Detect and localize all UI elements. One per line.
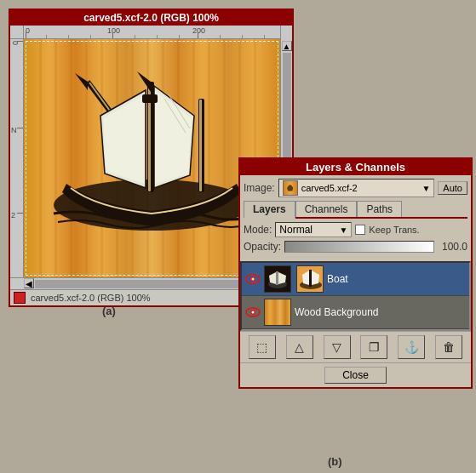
ship-image <box>37 48 267 252</box>
image-row: Image: carved5.xcf-2 ▼ Auto <box>244 179 467 197</box>
image-selector[interactable]: carved5.xcf-2 ▼ <box>278 179 435 197</box>
layer-item-boat[interactable]: Boat <box>242 263 469 296</box>
tabs-row: Layers Channels Paths <box>244 201 467 219</box>
svg-rect-9 <box>142 94 158 103</box>
svg-rect-14 <box>276 271 278 285</box>
image-label: Image: <box>244 182 275 194</box>
svg-point-12 <box>252 278 255 281</box>
image-name: carved5.xcf-2 <box>301 183 419 193</box>
caption-b: (b) <box>328 455 342 468</box>
opacity-label: Opacity: <box>244 241 281 253</box>
boat-thumb <box>264 265 291 293</box>
wood-layer-name: Wood Background <box>295 306 466 318</box>
opacity-row: Opacity: 100.0 <box>244 241 467 253</box>
svg-point-20 <box>252 311 255 314</box>
eye-icon-wood[interactable] <box>245 305 261 320</box>
caption-a: (a) <box>102 305 116 317</box>
image-dropdown-arrow[interactable]: ▼ <box>422 184 430 193</box>
tab-layers[interactable]: Layers <box>244 201 295 219</box>
boat-layer-name: Boat <box>327 273 466 285</box>
keep-trans-checkbox[interactable] <box>355 225 365 235</box>
opacity-value: 100.0 <box>438 241 467 253</box>
boat-thumb2 <box>296 265 324 293</box>
delete-layer-button[interactable]: 🗑 <box>435 335 462 359</box>
layer-item-wood[interactable]: Wood Background <box>242 296 469 329</box>
raise-layer-button[interactable]: △ <box>286 335 313 359</box>
canvas-title: carved5.xcf-2.0 (RGB) 100% <box>83 12 219 24</box>
svg-rect-17 <box>309 270 312 287</box>
lower-layer-button[interactable]: ▽ <box>324 335 351 359</box>
close-button[interactable]: Close <box>324 367 387 384</box>
close-row: Close <box>240 362 471 387</box>
eye-icon-boat[interactable] <box>245 271 261 287</box>
anchor-layer-button[interactable]: ⚓ <box>398 335 425 359</box>
tab-channels[interactable]: Channels <box>295 201 358 217</box>
mode-label: Mode: <box>244 224 272 236</box>
ruler-left: 0 N 2 <box>10 39 24 277</box>
tab-paths[interactable]: Paths <box>357 201 402 217</box>
new-layer-button[interactable]: ⬚ <box>249 335 276 359</box>
mode-value: Normal <box>279 224 313 236</box>
layers-panel: Layers & Channels Image: carved5.xcf-2 ▼… <box>238 157 473 389</box>
layers-panel-title: Layers & Channels <box>240 159 471 175</box>
layer-toolbar: ⬚ △ ▽ ❐ ⚓ 🗑 <box>240 331 471 362</box>
keep-trans-label: Keep Trans. <box>369 225 419 235</box>
layer-list: Boat Wood Background <box>240 261 471 331</box>
mode-row: Mode: Normal ▼ Keep Trans. <box>244 222 467 237</box>
status-color-icon <box>14 292 26 304</box>
mode-selector[interactable]: Normal ▼ <box>275 222 352 237</box>
opacity-slider[interactable] <box>284 241 434 253</box>
mode-dropdown-arrow: ▼ <box>339 225 347 235</box>
duplicate-layer-button[interactable]: ❐ <box>360 335 387 359</box>
wood-thumb <box>264 299 291 326</box>
canvas-titlebar: carved5.xcf-2.0 (RGB) 100% <box>10 10 292 26</box>
ruler-top: 0 100 200 <box>24 26 280 39</box>
svg-rect-6 <box>199 100 202 191</box>
image-thumb <box>283 180 298 196</box>
canvas-status-text: carved5.xcf-2.0 (RGB) 100% <box>31 293 151 303</box>
auto-button[interactable]: Auto <box>438 181 467 195</box>
